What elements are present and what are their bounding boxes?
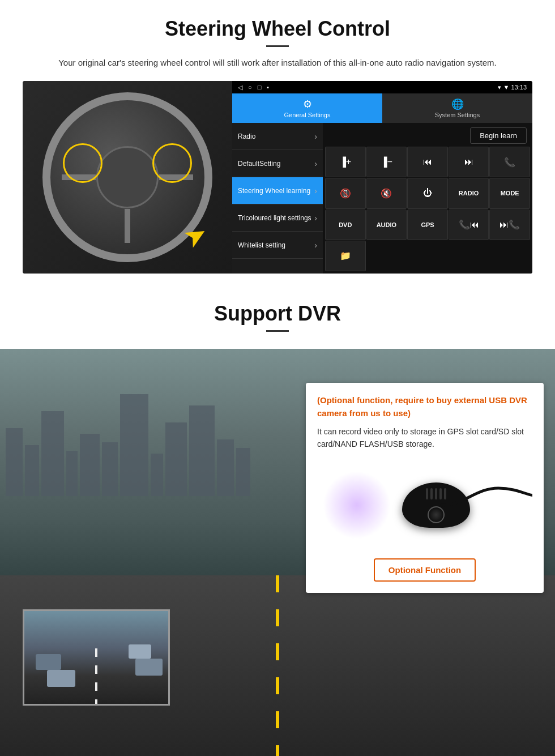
building <box>217 439 234 496</box>
building <box>236 448 250 496</box>
building <box>80 434 100 496</box>
nav-back-icon: ◁ <box>238 84 242 91</box>
mute-icon: 🔇 <box>381 188 392 199</box>
status-bar: ◁ ○ □ ▪ ▾ ▼ 13:13 <box>232 81 532 93</box>
dvr-title-divider <box>266 330 289 332</box>
tab-system-settings[interactable]: 🌐 System Settings <box>382 93 532 123</box>
building <box>120 394 148 496</box>
steering-demo-area: ➤ ◁ ○ □ ▪ ▾ ▼ 13:13 <box>23 81 532 274</box>
mode-label: MODE <box>501 190 519 197</box>
menu-item-tricoloured[interactable]: Tricoloured light settings › <box>232 204 323 232</box>
chevron-icon: › <box>314 132 317 141</box>
gps-button[interactable]: GPS <box>407 210 448 240</box>
menu-item-default-setting[interactable]: DefaultSetting › <box>232 150 323 177</box>
android-panel: ◁ ○ □ ▪ ▾ ▼ 13:13 ⚙ General Settings <box>232 81 532 274</box>
mute-button[interactable]: 🔇 <box>366 178 407 208</box>
building <box>151 454 163 496</box>
prev-button[interactable]: ⏮ <box>407 147 448 177</box>
nav-recent-icon: □ <box>258 84 262 91</box>
spoke-bottom <box>125 209 130 243</box>
highlight-circle-left <box>63 143 103 183</box>
control-buttons-grid: Begin learn ▐+ ▐− ⏮ ⏭ <box>323 123 532 274</box>
next-button[interactable]: ⏭ <box>449 147 489 177</box>
building <box>66 451 78 496</box>
dvd-label: DVD <box>339 221 352 228</box>
dvd-button[interactable]: DVD <box>325 210 366 240</box>
hang-up-icon: 📵 <box>340 188 351 199</box>
menu-tricoloured-label: Tricoloured light settings <box>238 214 311 222</box>
highlight-circle-right <box>152 143 192 183</box>
dvr-camera-body <box>402 482 470 528</box>
phone-next-button[interactable]: ⏭📞 <box>489 210 530 240</box>
folder-button[interactable]: 📁 <box>325 241 366 271</box>
camera-vents <box>426 488 446 499</box>
building <box>41 411 64 496</box>
thumbnail-road-line <box>95 648 97 704</box>
menu-steering-label: Steering Wheel learning <box>238 187 310 195</box>
vol-down-icon: ▐− <box>381 157 392 167</box>
vent <box>444 488 446 499</box>
mode-button[interactable]: MODE <box>489 178 530 208</box>
phone-button[interactable]: 📞 <box>489 147 530 177</box>
building <box>6 428 23 496</box>
tab-general-settings[interactable]: ⚙ General Settings <box>232 93 382 123</box>
dvr-section: Support DVR <box>0 291 555 756</box>
signal-icon: ▾ <box>498 84 501 91</box>
begin-learn-button[interactable]: Begin learn <box>470 127 527 144</box>
steering-section: Steering Wheel Control Your original car… <box>0 0 555 274</box>
dvr-thumbnail <box>23 609 170 706</box>
tab-bar: ⚙ General Settings 🌐 System Settings <box>232 93 532 123</box>
status-bar-left: ◁ ○ □ ▪ <box>238 84 269 91</box>
dvr-title: Support DVR <box>23 302 532 326</box>
vol-down-button[interactable]: ▐− <box>366 147 407 177</box>
status-time: 13:13 <box>511 84 527 91</box>
gear-icon: ⚙ <box>303 98 312 110</box>
menu-item-radio[interactable]: Radio › <box>232 123 323 150</box>
optional-function-button[interactable]: Optional Function <box>374 558 476 582</box>
menu-radio-label: Radio <box>238 133 255 140</box>
building <box>165 422 187 496</box>
wifi-icon: ▼ <box>503 84 510 91</box>
power-button[interactable]: ⏻ <box>407 178 448 208</box>
dvr-title-area: Support DVR <box>0 291 555 349</box>
power-icon: ⏻ <box>423 188 432 198</box>
chevron-icon: › <box>314 186 317 195</box>
car-thumbnail <box>47 670 75 687</box>
tab-general-label: General Settings <box>284 112 331 118</box>
dvr-info-box: (Optional function, require to buy exter… <box>306 383 544 593</box>
vent <box>439 488 442 499</box>
phone-prev-button[interactable]: 📞⏮ <box>449 210 489 240</box>
dvr-camera-illustration <box>317 460 532 550</box>
building <box>189 405 215 496</box>
steering-wheel-inner <box>96 146 159 208</box>
road-center-line <box>276 575 279 756</box>
menu-item-whitelist[interactable]: Whitelist setting › <box>232 232 323 259</box>
radio-label: RADIO <box>459 190 479 197</box>
status-bar-right: ▾ ▼ 13:13 <box>498 84 527 91</box>
tab-system-label: System Settings <box>435 112 480 118</box>
radio-button[interactable]: RADIO <box>449 178 489 208</box>
audio-button[interactable]: AUDIO <box>366 210 407 240</box>
chevron-icon: › <box>314 213 317 223</box>
building <box>102 442 118 496</box>
car-thumbnail <box>129 644 151 659</box>
menu-default-label: DefaultSetting <box>238 160 280 168</box>
thumbnail-road <box>24 611 168 704</box>
steering-wheel-area: ➤ <box>23 81 232 274</box>
dvr-background: (Optional function, require to buy exter… <box>0 349 555 756</box>
vent <box>435 488 437 499</box>
next-icon: ⏭ <box>464 157 473 167</box>
nav-home-icon: ○ <box>248 84 252 91</box>
dvr-description: It can record video only to storage in G… <box>317 425 532 451</box>
folder-icon: 📁 <box>340 250 351 261</box>
hang-up-button[interactable]: 📵 <box>325 178 366 208</box>
vent <box>430 488 433 499</box>
steering-wheel-mock: ➤ <box>37 87 218 268</box>
menu-whitelist-label: Whitelist setting <box>238 241 285 249</box>
audio-label: AUDIO <box>377 221 396 228</box>
phone-icon: 📞 <box>504 157 515 168</box>
vol-up-button[interactable]: ▐+ <box>325 147 366 177</box>
building <box>25 445 39 496</box>
menu-item-steering-wheel-learning[interactable]: Steering Wheel learning › <box>232 177 323 204</box>
dvr-optional-text: (Optional function, require to buy exter… <box>317 394 532 420</box>
